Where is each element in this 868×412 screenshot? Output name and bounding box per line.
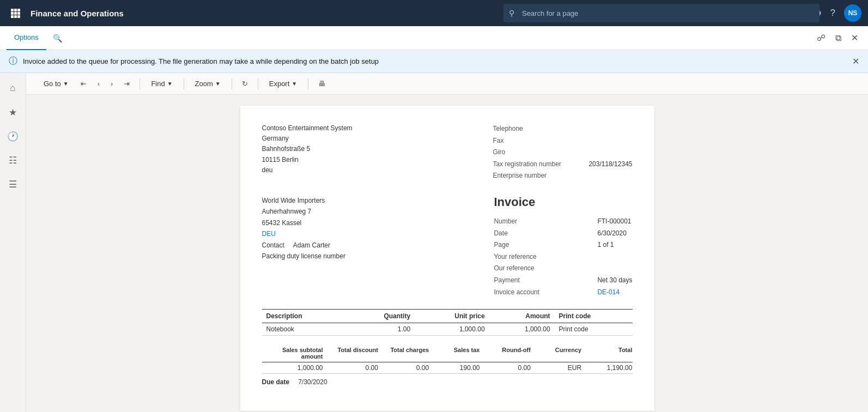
invoice-number-row: Number FTI-000001 (494, 216, 632, 228)
document-view: Go to ▼ ⇤ ‹ › ⇥ Find ▼ Zoom ▼ ↻ Export ▼ (26, 73, 868, 412)
svg-rect-5 (17, 12, 20, 15)
toolbar-bar: Options 🔍 ☍ ⧉ ✕ (0, 26, 868, 50)
sender-info: Contoso Entertainment System Germany Bah… (262, 123, 353, 182)
banner-message: Invoice added to the queue for processin… (23, 57, 379, 65)
prev-page-button[interactable]: ‹ (94, 77, 103, 90)
contact-value: Adam Carter (293, 240, 330, 251)
last-page-button[interactable]: ⇥ (120, 77, 133, 90)
grid-menu-icon[interactable] (7, 4, 24, 22)
sidebar-home-icon[interactable]: ⌂ (2, 77, 24, 99)
bank-info: Telephone Fax Giro Tax registration numb… (493, 123, 632, 182)
sidebar-recent-icon[interactable]: 🕐 (2, 125, 24, 147)
export-button[interactable]: Export ▼ (265, 77, 301, 90)
invoice-account-value[interactable]: DE-014 (597, 287, 620, 299)
contact-label: Contact (262, 240, 284, 251)
round-off-header: Round-off (479, 347, 530, 360)
divider-5 (308, 78, 308, 89)
zoom-button[interactable]: Zoom ▼ (191, 77, 225, 90)
report-toolbar: Go to ▼ ⇤ ‹ › ⇥ Find ▼ Zoom ▼ ↻ Export ▼ (26, 73, 868, 95)
next-page-button[interactable]: › (107, 77, 116, 90)
doc-invoice-section: World Wide Importers Auherhahnweg 7 6543… (262, 195, 633, 298)
our-ref-label: Our reference (494, 263, 564, 275)
goto-chevron-icon: ▼ (63, 81, 69, 87)
refresh-button[interactable]: ↻ (239, 77, 251, 90)
recipient-contact-row: Contact Adam Carter (262, 240, 345, 251)
fax-label: Fax (493, 135, 580, 147)
col-description: Description (262, 310, 348, 323)
app-title: Finance and Operations (31, 9, 124, 18)
info-icon: ⓘ (9, 56, 17, 67)
main-area: ⌂ ★ 🕐 ☷ ☰ Go to ▼ ⇤ ‹ › ⇥ Find ▼ Zoom ▼ (0, 73, 868, 412)
sender-lang: deu (262, 165, 353, 175)
invoice-document: Contoso Entertainment System Germany Bah… (240, 106, 654, 411)
recipient-company: World Wide Importers (262, 195, 345, 206)
export-chevron-icon: ▼ (292, 81, 297, 87)
sales-subtotal-header: Sales subtotal amount (262, 347, 327, 360)
due-date-value: 7/30/2020 (298, 378, 327, 386)
goto-button[interactable]: Go to ▼ (39, 77, 73, 90)
invoice-account-row: Invoice account DE-014 (494, 287, 632, 299)
search-icon: ⚲ (509, 9, 514, 17)
invoice-details: Number FTI-000001 Date 6/30/2020 Page 1 … (494, 216, 632, 298)
invoice-page-row: Page 1 of 1 (494, 239, 632, 251)
date-label: Date (494, 228, 564, 240)
avatar[interactable]: NS (844, 4, 861, 22)
total-discount-header: Total discount (327, 347, 378, 360)
bank-enterprise-row: Enterprise number (493, 170, 632, 182)
recipient-city: 65432 Kassel (262, 217, 345, 228)
zoom-chevron-icon: ▼ (215, 81, 221, 87)
sidebar-workspaces-icon[interactable]: ☷ (2, 149, 24, 171)
tax-reg-value: 203/118/12345 (588, 159, 632, 171)
tab-options[interactable]: Options (7, 26, 46, 50)
col-amount: Amount (489, 310, 555, 323)
total-value: 1,190.00 (581, 364, 632, 372)
toolbar-right: ☍ ⧉ ✕ (814, 29, 861, 46)
sidebar-favorites-icon[interactable]: ★ (2, 101, 24, 123)
tax-reg-label: Tax registration number (493, 159, 580, 171)
search-bar[interactable]: ⚲ (503, 4, 820, 22)
divider-2 (184, 78, 184, 89)
open-new-window-icon[interactable]: ⧉ (832, 30, 845, 46)
total-charges-header: Total charges (378, 347, 429, 360)
number-value: FTI-000001 (597, 216, 631, 228)
col-unit-price: Unit price (415, 310, 489, 323)
row-unit-price: 1,000.00 (415, 323, 489, 336)
table-header-row: Description Quantity Unit price Amount P… (262, 310, 633, 323)
total-header: Total (581, 347, 632, 360)
sender-company: Contoso Entertainment System (262, 123, 353, 134)
find-button[interactable]: Find ▼ (147, 77, 177, 90)
invoice-details-block: Invoice Number FTI-000001 Date 6/30/2020… (494, 195, 632, 298)
sidebar-modules-icon[interactable]: ☰ (2, 173, 24, 195)
banner-close-icon[interactable]: ✕ (852, 56, 859, 66)
svg-rect-8 (17, 15, 20, 18)
recipient-country-code[interactable]: DEU (262, 228, 345, 239)
row-description: Notebook (262, 323, 348, 336)
invoice-date-row: Date 6/30/2020 (494, 228, 632, 240)
search-input[interactable] (503, 4, 820, 22)
svg-rect-4 (14, 12, 17, 15)
total-charges-value: 0.00 (378, 364, 429, 372)
sender-street: Bahnhofstraße 5 (262, 144, 353, 154)
invoice-account-label: Invoice account (494, 287, 564, 299)
first-page-button[interactable]: ⇤ (77, 77, 90, 90)
round-off-value: 0.00 (479, 364, 530, 372)
payment-value: Net 30 days (597, 275, 632, 287)
close-icon[interactable]: ✕ (848, 29, 861, 46)
collapse-panel-icon[interactable]: ☍ (814, 29, 829, 46)
page-label: Page (494, 239, 564, 251)
info-banner: ⓘ Invoice added to the queue for process… (0, 50, 868, 73)
top-navigation: Finance and Operations ⚲ DEMF 🔔 ⚙ ? NS (0, 0, 868, 26)
help-icon[interactable]: ? (830, 8, 835, 19)
svg-rect-1 (14, 9, 17, 11)
invoice-our-ref-row: Our reference (494, 263, 632, 275)
sales-tax-header: Sales tax (429, 347, 479, 360)
sender-country: Germany (262, 134, 353, 144)
print-button[interactable]: 🖶 (315, 77, 329, 90)
divider-1 (139, 78, 140, 89)
number-label: Number (494, 216, 564, 228)
toolbar-search-icon[interactable]: 🔍 (48, 29, 66, 47)
sender-city: 10115 Berlin (262, 155, 353, 165)
totals-data-row: 1,000.00 0.00 0.00 190.00 0.00 EUR 1,190… (262, 362, 633, 374)
svg-rect-7 (14, 15, 17, 18)
col-print-code: Print code (555, 310, 633, 323)
